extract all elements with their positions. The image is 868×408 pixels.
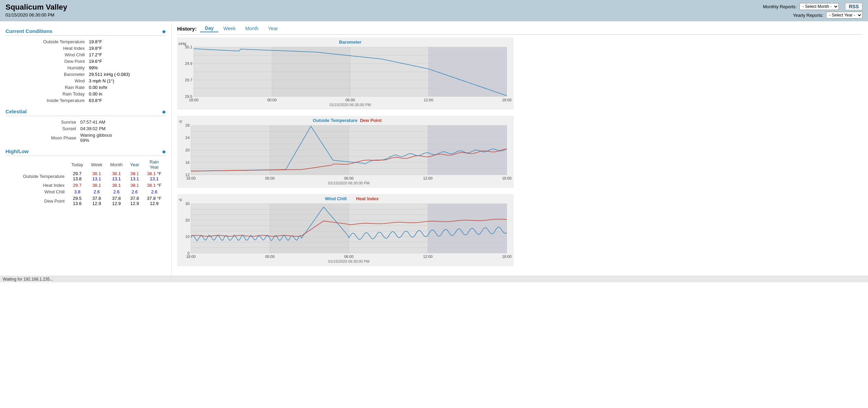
status-text: Waiting for 192.168.1.235... (3, 277, 53, 282)
hl-cell: 38.1 °F (142, 182, 166, 189)
celestial-diamond: ◆ (162, 109, 166, 114)
condition-value: 0.00 in/hr (88, 84, 166, 91)
highlow-title: High/Low (5, 148, 29, 154)
celestial-label: Moon Phase (5, 132, 79, 144)
condition-label: Heat Index (5, 45, 88, 52)
condition-row: Outside Temperature19.8°F (5, 38, 166, 45)
hl-cell: 38.113.1 (87, 170, 106, 182)
highlow-row: Wind Chill3.82.62.62.62.6 (5, 189, 166, 195)
highlow-row: Outside Temperature29.713.838.113.138.11… (5, 170, 166, 182)
condition-label: Rain Today (5, 91, 88, 97)
condition-value: 19.6°F (88, 58, 166, 65)
hl-cell: 38.1 (106, 182, 127, 189)
hl-cell: 2.6 (127, 189, 142, 195)
current-conditions-title: Current Conditions (5, 28, 53, 34)
condition-row: Humidity99% (5, 65, 166, 71)
hl-cell: 38.1 °F13.1 (142, 170, 166, 182)
history-header: History: Day Week Month Year (177, 25, 863, 35)
current-conditions-diamond: ◆ (162, 29, 166, 34)
conditions-table: Outside Temperature19.8°FHeat Index19.8°… (5, 38, 166, 104)
tab-day[interactable]: Day (200, 25, 219, 32)
celestial-label: Sunset (5, 125, 79, 132)
hl-row-label: Dew Point (5, 195, 67, 207)
rss-button[interactable]: RSS (845, 3, 863, 10)
condition-row: Inside Temperature63.8°F (5, 97, 166, 104)
temp-dewpoint-chart-container (177, 116, 863, 188)
header-left: Squalicum Valley 01/15/2020 06:30:00 PM (5, 3, 67, 18)
celestial-value: 07:57:41 AM (79, 119, 166, 125)
hl-row-label: Heat Index (5, 182, 67, 189)
hl-col-rainyear: RainYear (142, 159, 166, 170)
left-panel: Current Conditions ◆ Outside Temperature… (0, 21, 172, 276)
celestial-value: 04:39:02 PM (79, 125, 166, 132)
hl-cell: 38.113.1 (127, 170, 142, 182)
hl-cell: 37.812.9 (106, 195, 127, 207)
condition-value: 0.00 in (88, 91, 166, 97)
main-content: Current Conditions ◆ Outside Temperature… (0, 21, 868, 276)
condition-row: Wind3 mph N (1°) (5, 78, 166, 84)
tab-week[interactable]: Week (218, 25, 240, 32)
hl-cell: 37.8 °F12.9 (142, 195, 166, 207)
header: Squalicum Valley 01/15/2020 06:30:00 PM … (0, 0, 868, 21)
hl-cell: 38.1 (87, 182, 106, 189)
hl-cell: 29.513.6 (67, 195, 87, 207)
monthly-reports-row: Monthly Reports: - Select Month - RSS (763, 3, 863, 10)
select-year-dropdown[interactable]: - Select Year - (826, 12, 863, 19)
condition-value: 63.8°F (88, 97, 166, 104)
condition-value: 19.8°F (88, 45, 166, 52)
highlow-table: Today Week Month Year RainYear Outside T… (5, 159, 166, 207)
highlow-row: Dew Point29.513.637.812.937.812.937.812.… (5, 195, 166, 207)
highlow-diamond: ◆ (162, 149, 166, 154)
condition-value: 29.511 inHg (-0.083) (88, 71, 166, 78)
hl-col-year: Year (127, 159, 142, 170)
celestial-label: Sunrise (5, 119, 79, 125)
history-label: History: (177, 26, 197, 32)
hl-cell: 29.7 (67, 182, 87, 189)
hl-cell: 2.6 (87, 189, 106, 195)
hl-cell: 37.812.9 (127, 195, 142, 207)
site-title: Squalicum Valley (5, 3, 67, 12)
condition-row: Heat Index19.8°F (5, 45, 166, 52)
hl-cell: 29.713.8 (67, 170, 87, 182)
yearly-reports-row: Yearly Reports: - Select Year - (793, 12, 863, 19)
hl-cell: 37.812.9 (87, 195, 106, 207)
highlow-header: High/Low ◆ (5, 148, 166, 156)
hl-cell: 2.6 (142, 189, 166, 195)
condition-label: Barometer (5, 71, 88, 78)
condition-label: Dew Point (5, 58, 88, 65)
condition-label: Rain Rate (5, 84, 88, 91)
celestial-value: Waning gibbous69% (79, 132, 166, 144)
condition-label: Inside Temperature (5, 97, 88, 104)
right-panel: History: Day Week Month Year (172, 21, 868, 276)
condition-value: 19.8°F (88, 38, 166, 45)
current-conditions-header: Current Conditions ◆ (5, 28, 166, 36)
condition-row: Rain Today0.00 in (5, 91, 166, 97)
celestial-row: Moon PhaseWaning gibbous69% (5, 132, 166, 144)
select-month-dropdown[interactable]: - Select Month - (799, 3, 839, 10)
condition-row: Rain Rate0.00 in/hr (5, 84, 166, 91)
status-bar: Waiting for 192.168.1.235... (0, 276, 868, 282)
condition-label: Humidity (5, 65, 88, 71)
celestial-title: Celestial (5, 109, 27, 114)
celestial-row: Sunset04:39:02 PM (5, 125, 166, 132)
monthly-reports-label: Monthly Reports: (763, 4, 797, 9)
hl-row-label: Wind Chill (5, 189, 67, 195)
tab-year[interactable]: Year (263, 25, 283, 32)
windchill-heatindex-canvas (177, 194, 514, 266)
condition-row: Wind Chill17.2°F (5, 52, 166, 58)
barometer-chart-container (177, 37, 863, 110)
hl-cell: 3.8 (67, 189, 87, 195)
celestial-table: Sunrise07:57:41 AMSunset04:39:02 PMMoon … (5, 119, 166, 144)
condition-value: 17.2°F (88, 52, 166, 58)
header-right: Monthly Reports: - Select Month - RSS Ye… (763, 3, 863, 19)
hl-col-today: Today (67, 159, 87, 170)
hl-col-month: Month (106, 159, 127, 170)
temp-dewpoint-canvas (177, 116, 514, 188)
condition-value: 3 mph N (1°) (88, 78, 166, 84)
windchill-heatindex-chart-container (177, 194, 863, 266)
tab-month[interactable]: Month (240, 25, 263, 32)
condition-label: Wind Chill (5, 52, 88, 58)
celestial-header: Celestial ◆ (5, 109, 166, 116)
datetime: 01/15/2020 06:30:00 PM (5, 12, 67, 18)
hl-cell: 2.6 (106, 189, 127, 195)
